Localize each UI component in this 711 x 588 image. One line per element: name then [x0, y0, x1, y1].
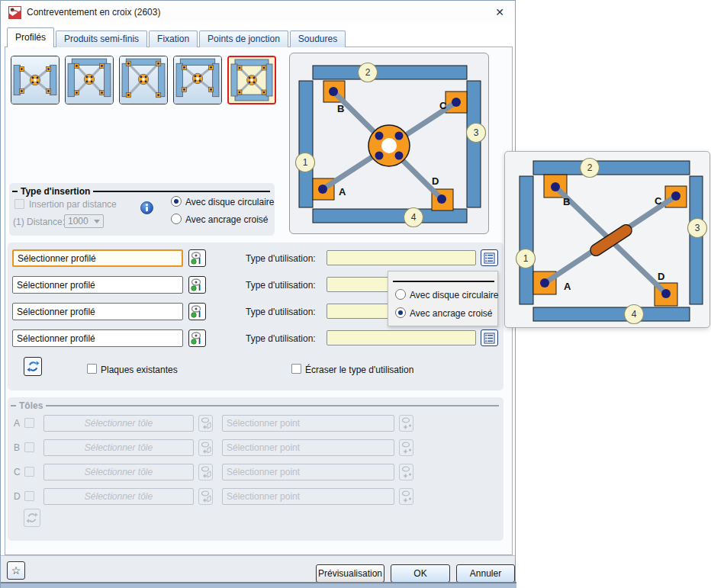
select-point-icon	[401, 466, 412, 478]
variant-thumbnail-1[interactable]	[11, 56, 60, 104]
tooltip-radio-disc-label: Avec disque circulaire	[410, 290, 499, 300]
cancel-button[interactable]: Annuler	[456, 564, 515, 583]
bracing-schematic-cross-popup: B C A D 2 3 1 4	[504, 151, 710, 328]
select-tole-button-c[interactable]	[198, 464, 213, 480]
ok-button[interactable]: OK	[391, 564, 450, 583]
select-point-button-a[interactable]	[399, 415, 413, 432]
radio-dot	[174, 199, 179, 204]
swap-toles-button[interactable]	[24, 509, 40, 527]
point-field-a[interactable]	[222, 415, 394, 432]
select-point-icon	[401, 442, 412, 454]
marker-2: 2	[365, 67, 371, 78]
usage-type-field-1[interactable]	[327, 250, 476, 265]
radio-disc-circulaire[interactable]	[171, 196, 182, 207]
radio-ancrage-croise[interactable]	[171, 214, 182, 224]
swap-profiles-button[interactable]	[24, 357, 42, 376]
distance-label: (1) Distance:	[13, 217, 65, 227]
marker-2: 2	[587, 162, 593, 173]
bracing-variant-4-icon	[174, 56, 221, 104]
bracing-variant-3-icon	[120, 56, 167, 104]
tooltip-radio-cross[interactable]	[395, 307, 406, 318]
point-field-d[interactable]	[222, 488, 394, 505]
usage-type-list-button-4[interactable]	[481, 329, 498, 346]
insertion-distance-checkbox[interactable]	[14, 199, 24, 209]
select-tole-button-b[interactable]	[198, 439, 213, 456]
tab-profiles[interactable]: Profilés	[7, 27, 54, 47]
tole-checkbox-b[interactable]	[24, 442, 34, 452]
point-field-b[interactable]	[222, 439, 394, 456]
usage-type-label-1: Type d'utilisation:	[246, 253, 316, 264]
select-sheet-icon	[201, 466, 211, 478]
chevron-down-icon	[94, 220, 100, 223]
tole-field-d[interactable]	[43, 488, 194, 505]
select-profile-button-1[interactable]: I	[188, 249, 206, 267]
select-profile-button-4[interactable]: I	[188, 329, 206, 347]
plate-label-c: C	[439, 100, 447, 111]
info-icon[interactable]	[140, 201, 153, 214]
profile-field-2[interactable]	[12, 276, 183, 294]
groupbox-dash	[12, 191, 18, 192]
profile-field-3[interactable]	[12, 303, 183, 320]
tole-checkbox-a[interactable]	[24, 418, 34, 428]
marker-1: 1	[303, 157, 308, 168]
select-point-icon	[401, 417, 412, 429]
variant-thumbnail-4[interactable]	[173, 56, 222, 104]
tole-row-label-c: C	[14, 467, 21, 477]
select-tole-button-a[interactable]	[198, 415, 213, 432]
tole-field-b[interactable]	[43, 439, 194, 456]
bracing-schematic-cross-drawing: B C A D 2 3 1 4	[505, 152, 709, 327]
tab-fixation[interactable]: Fixation	[149, 31, 198, 47]
tole-checkbox-c[interactable]	[24, 467, 34, 477]
select-point-button-b[interactable]	[399, 439, 413, 456]
star-icon: ☆	[11, 564, 21, 577]
select-point-button-c[interactable]	[399, 464, 413, 480]
tole-field-a[interactable]	[43, 415, 194, 432]
groupbox-dash	[11, 405, 16, 406]
point-field-c[interactable]	[222, 464, 394, 480]
distance-dropdown[interactable]: 1000	[64, 214, 104, 228]
plate-label-d: D	[432, 175, 439, 187]
bracing-schematic-disc: B C A D 2 3 1 4	[289, 53, 489, 234]
app-logo-icon	[8, 6, 21, 19]
usage-type-label-2: Type d'utilisation:	[246, 280, 316, 291]
profile-field-4[interactable]	[12, 329, 183, 347]
tab-produits-semi-finis[interactable]: Produits semi-finis	[56, 31, 147, 47]
distance-value: 1000	[68, 216, 88, 227]
bracing-variant-2-icon	[66, 56, 113, 104]
close-icon[interactable]: ✕	[489, 3, 510, 21]
insertion-type-group-title: Type d'insertion	[12, 186, 270, 197]
tooltip-radio-disc[interactable]	[395, 289, 406, 300]
plate-label-a: A	[339, 186, 346, 198]
tab-strip: Profilés Produits semi-finis Fixation Po…	[7, 28, 347, 47]
variant-thumbnail-2[interactable]	[65, 56, 114, 104]
radio-dot	[398, 310, 403, 315]
tab-soudures[interactable]: Soudures	[290, 31, 346, 47]
variant-thumbnail-5-selected[interactable]	[227, 56, 276, 104]
marker-4: 4	[411, 212, 417, 223]
plaques-existantes-checkbox[interactable]	[87, 364, 97, 374]
svg-text:I: I	[198, 310, 201, 319]
profile-field-1[interactable]	[12, 249, 183, 267]
tole-row-label-a: A	[14, 418, 20, 429]
preview-button[interactable]: Prévisualisation	[316, 564, 384, 583]
insertion-distance-checkbox-label: Insertion par distance	[29, 199, 117, 210]
plate-label-a: A	[564, 281, 571, 292]
select-profile-in-model-icon: I	[190, 304, 204, 319]
tole-checkbox-d[interactable]	[24, 491, 34, 501]
select-sheet-icon	[201, 417, 211, 429]
plate-label-b: B	[337, 103, 344, 114]
select-sheet-icon	[201, 490, 211, 503]
svg-text:I: I	[198, 283, 201, 292]
tole-field-c[interactable]	[43, 464, 194, 480]
favorites-star-button[interactable]: ☆	[7, 561, 25, 580]
groupbox-line	[46, 405, 499, 406]
select-tole-button-d[interactable]	[198, 488, 213, 505]
select-profile-button-2[interactable]: I	[188, 276, 206, 294]
ecraser-type-checkbox[interactable]	[291, 364, 301, 374]
variant-thumbnail-3[interactable]	[119, 56, 168, 104]
select-point-button-d[interactable]	[399, 488, 413, 505]
select-profile-button-3[interactable]: I	[188, 303, 206, 320]
tab-points-de-jonction[interactable]: Points de jonction	[199, 31, 288, 47]
usage-type-field-4[interactable]	[327, 330, 476, 345]
usage-type-list-button-1[interactable]	[481, 249, 498, 266]
